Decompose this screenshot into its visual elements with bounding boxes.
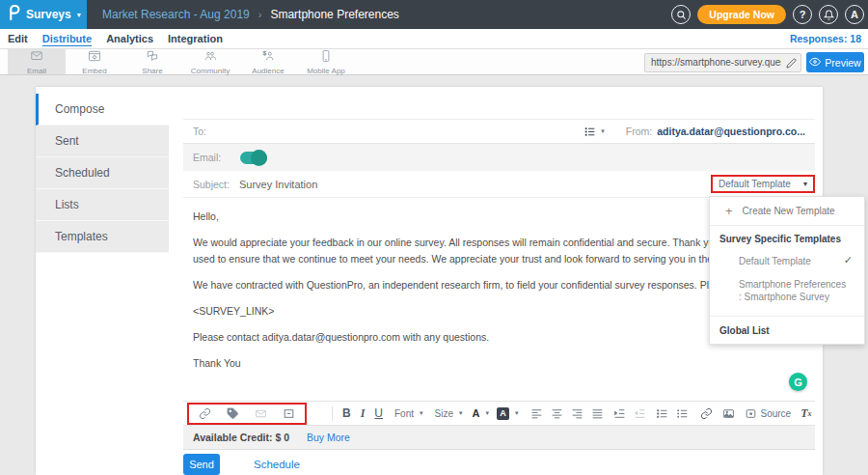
to-input[interactable] — [212, 126, 583, 137]
topbar-actions: Upgrade Now ? A — [671, 5, 868, 24]
chevron-down-icon: ▾ — [77, 11, 81, 19]
svg-text:$: $ — [263, 50, 267, 56]
chevron-down-icon: ▾ — [515, 409, 519, 417]
italic-button[interactable]: I — [361, 406, 366, 421]
sidebar-item-compose[interactable]: Compose — [36, 94, 169, 126]
template-select[interactable]: Default Template ▾ — [711, 175, 815, 193]
global-list-header[interactable]: Global List — [710, 317, 864, 338]
help-button[interactable]: ? — [793, 5, 812, 24]
tab-edit[interactable]: Edit — [8, 33, 28, 44]
responses-count[interactable]: Responses: 18 — [790, 33, 861, 44]
available-credit-label: Available Credit: $ 0 — [193, 432, 289, 443]
from-label: From: — [626, 126, 652, 137]
topbar: Surveys ▾ Market Research - Aug 2019 › S… — [0, 0, 868, 29]
sidebar-item-templates[interactable]: Templates — [36, 221, 169, 253]
survey-url-field — [644, 52, 801, 71]
tab-analytics[interactable]: Analytics — [106, 33, 153, 44]
annotation-highlight-toolbar — [187, 403, 307, 425]
channel-audience[interactable]: $ Audience — [239, 49, 297, 74]
send-button[interactable]: Send — [183, 454, 220, 475]
embed-field-icon[interactable] — [283, 407, 295, 420]
edit-url-pencil-icon[interactable] — [786, 55, 797, 72]
numbered-list-button[interactable] — [676, 407, 689, 420]
sidebar-item-sent[interactable]: Sent — [36, 126, 169, 157]
subject-value[interactable]: Survey Invitation — [239, 179, 317, 190]
channel-mobile-app[interactable]: Mobile App — [297, 49, 355, 74]
chevron-down-icon: ▾ — [485, 409, 489, 417]
increase-indent-button[interactable] — [613, 407, 626, 420]
toolbar-divider — [332, 406, 333, 421]
channel-email[interactable]: Email — [8, 49, 66, 74]
survey-subnav: Edit Distribute Analytics Integration Re… — [0, 29, 868, 49]
breadcrumb: Market Research - Aug 2019 › Smartphone … — [102, 8, 399, 21]
chevron-down-icon: ▾ — [803, 180, 807, 188]
channel-community[interactable]: Community — [181, 49, 239, 74]
merge-tag-icon[interactable] — [227, 407, 239, 420]
audience-icon: $ — [261, 49, 275, 67]
size-dropdown[interactable]: Size ▾ — [435, 408, 463, 419]
insert-link-icon[interactable] — [199, 407, 211, 420]
template-option-default[interactable]: Default Template ✓ — [710, 250, 864, 272]
notifications-bell-icon[interactable] — [819, 5, 838, 24]
remove-format-button[interactable]: Tx — [800, 406, 811, 421]
email-body-line: Thank You — [193, 355, 805, 372]
font-dropdown[interactable]: Font ▾ — [394, 408, 423, 419]
upgrade-now-button[interactable]: Upgrade Now — [697, 5, 786, 24]
source-button[interactable]: Source — [745, 407, 792, 420]
questionpro-logo-icon — [8, 4, 20, 25]
grammarly-icon[interactable]: G — [789, 373, 807, 391]
email-compose-panel: Compose Sent Scheduled Lists Templates T… — [36, 87, 823, 475]
email-toggle-row: Email: — [183, 144, 815, 171]
align-justify-button[interactable] — [591, 407, 604, 420]
align-left-button[interactable] — [530, 407, 543, 420]
email-icon — [30, 49, 43, 67]
community-icon — [203, 49, 217, 67]
email-template-icon[interactable] — [255, 407, 267, 420]
bullet-list-button[interactable] — [656, 407, 668, 420]
email-sidebar: Compose Sent Scheduled Lists Templates — [36, 94, 169, 253]
subject-label: Subject: — [193, 179, 230, 190]
template-option-smartphone[interactable]: Smartphone Preferences : Smartphone Surv… — [710, 272, 864, 309]
buy-more-link[interactable]: Buy More — [307, 432, 350, 443]
compose-footer: Send Schedule — [183, 450, 815, 475]
mobile-app-icon — [319, 49, 333, 67]
sidebar-item-scheduled[interactable]: Scheduled — [36, 157, 169, 189]
text-color-button[interactable]: A ▾ — [473, 407, 489, 419]
distribute-channel-bar: Email Embed Share Community $ Audience M… — [0, 49, 868, 75]
subject-row: Subject: Survey Invitation Default Templ… — [183, 171, 815, 198]
background-color-button[interactable]: A ▾ — [497, 407, 519, 420]
chevron-down-icon: ▾ — [420, 409, 423, 417]
recipient-list-button[interactable]: ▾ — [583, 126, 605, 138]
schedule-link[interactable]: Schedule — [254, 459, 300, 470]
avatar[interactable]: A — [845, 5, 864, 24]
chevron-down-icon: ▾ — [601, 127, 605, 135]
hyperlink-button[interactable] — [700, 407, 713, 420]
tab-integration[interactable]: Integration — [168, 33, 223, 44]
check-icon: ✓ — [844, 254, 853, 266]
surveys-menu[interactable]: Surveys ▾ — [0, 0, 87, 29]
bold-button[interactable]: B — [342, 406, 351, 420]
search-icon[interactable] — [671, 5, 691, 24]
survey-url-input[interactable] — [644, 53, 801, 72]
breadcrumb-parent[interactable]: Market Research - Aug 2019 — [102, 8, 250, 21]
channel-share[interactable]: Share — [123, 49, 181, 74]
plus-icon: + — [725, 204, 733, 218]
insert-image-button[interactable] — [722, 407, 735, 420]
tab-distribute[interactable]: Distribute — [42, 33, 92, 44]
underline-button[interactable]: U — [374, 406, 383, 420]
eye-icon — [809, 56, 821, 70]
create-new-template-item[interactable]: + Create New Template — [710, 197, 864, 226]
sidebar-item-lists[interactable]: Lists — [36, 189, 169, 221]
share-icon — [146, 49, 159, 67]
breadcrumb-current: Smartphone Preferences — [270, 8, 398, 21]
from-address-link[interactable]: aditya.datar@questionpro.co... — [657, 126, 805, 137]
align-right-button[interactable] — [571, 407, 583, 420]
align-center-button[interactable] — [551, 407, 563, 420]
embed-icon — [88, 49, 101, 67]
email-toggle[interactable] — [240, 152, 267, 164]
decrease-indent-button[interactable] — [634, 407, 646, 420]
channel-embed[interactable]: Embed — [66, 49, 123, 74]
preview-button[interactable]: Preview — [806, 52, 864, 72]
chevron-down-icon: ▾ — [459, 409, 463, 417]
survey-specific-templates-header: Survey Specific Templates — [710, 226, 864, 250]
